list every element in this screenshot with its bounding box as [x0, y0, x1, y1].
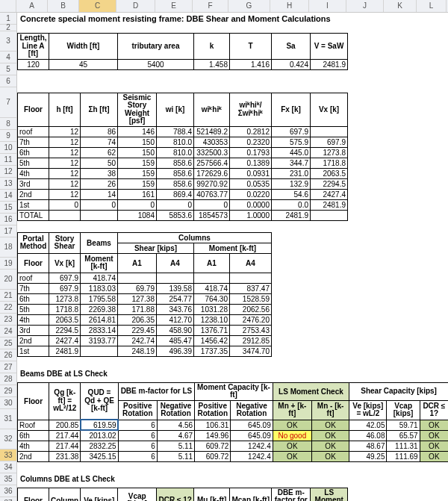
cell[interactable]: 1242.4	[231, 441, 273, 451]
cell[interactable]: No good	[273, 430, 311, 441]
cell[interactable]: 697.9	[49, 283, 81, 293]
cell[interactable]: 217.44	[49, 430, 81, 441]
cell[interactable]: 609.72	[195, 451, 231, 461]
cell[interactable]: 6	[118, 451, 157, 461]
cell[interactable]: 12	[49, 189, 81, 199]
cell[interactable]: 332500.3	[194, 147, 230, 158]
row-25[interactable]: 25	[0, 337, 16, 349]
cell[interactable]: 3425.15	[81, 451, 118, 461]
cell[interactable]: 150	[118, 147, 157, 158]
cell[interactable]: Roof	[18, 420, 49, 430]
cell[interactable]: 788.4	[157, 126, 194, 137]
cell[interactable]: 254.77	[157, 293, 194, 304]
cell[interactable]: 2nd	[18, 451, 49, 461]
cell[interactable]: 2832.25	[81, 441, 118, 451]
cell[interactable]: 1242.4	[231, 451, 273, 461]
cell[interactable]: 106.31	[195, 420, 231, 430]
cell[interactable]: 0.1389	[230, 158, 272, 168]
cell[interactable]: 12	[49, 137, 81, 147]
cell[interactable]: 5th	[18, 158, 49, 168]
cell[interactable]: 4th	[18, 314, 49, 325]
cell[interactable]: 1st	[18, 199, 49, 210]
row-12[interactable]: 12	[0, 166, 16, 178]
row-2[interactable]: 2	[0, 25, 16, 31]
cell[interactable]: 6	[118, 441, 157, 451]
row-35[interactable]: 35	[0, 473, 16, 485]
cell[interactable]: 1718.8	[311, 158, 348, 168]
cell[interactable]: 5853.6	[157, 210, 194, 220]
cell[interactable]: 0.0220	[230, 189, 272, 199]
cell[interactable]	[311, 210, 348, 220]
cell[interactable]: 2063.5	[49, 314, 81, 325]
cell[interactable]: 111.31	[387, 441, 420, 451]
cell[interactable]: 2481.9	[272, 210, 311, 220]
cell[interactable]: 206.35	[118, 314, 157, 325]
column-headers[interactable]: A B C D E F G H I J K L	[0, 0, 448, 13]
cell[interactable]: 0.1793	[230, 147, 272, 158]
cell[interactable]: 1854573	[194, 210, 230, 220]
cell[interactable]: OK	[311, 441, 349, 451]
cell[interactable]: 171.88	[118, 304, 157, 314]
row-34[interactable]: 34	[0, 461, 16, 473]
cell[interactable]: 1183.03	[81, 283, 118, 293]
cell[interactable]: 5.11	[157, 441, 194, 451]
col-K[interactable]: K	[384, 0, 417, 12]
cell[interactable]: 49.25	[349, 451, 387, 461]
cell[interactable]: 26	[81, 178, 118, 189]
cell[interactable]: 1528.59	[230, 293, 272, 304]
cell[interactable]: 2294.5	[49, 325, 81, 335]
row-6[interactable]: 6	[0, 75, 16, 87]
row-37[interactable]: 37	[0, 497, 16, 501]
cell[interactable]: 86	[81, 126, 118, 137]
cell[interactable]: 2476.20	[230, 314, 272, 325]
cell[interactable]: 344.7	[272, 158, 311, 168]
cell[interactable]: 697.9	[49, 273, 81, 283]
col-C[interactable]: C	[79, 0, 116, 12]
cell[interactable]: 485.47	[157, 335, 194, 346]
cell[interactable]: 99270.92	[194, 178, 230, 189]
cell[interactable]: 2294.5	[311, 178, 348, 189]
cell[interactable]: TOTAL	[18, 210, 49, 220]
cell[interactable]: 62	[81, 147, 118, 158]
cell[interactable]: 343.76	[157, 304, 194, 314]
cell[interactable]: 858.6	[157, 158, 194, 168]
cell[interactable]	[118, 273, 157, 283]
cell[interactable]: 159	[118, 178, 157, 189]
cell[interactable]: 430353	[194, 137, 230, 147]
col-I[interactable]: I	[309, 0, 346, 12]
row-26[interactable]: 26	[0, 349, 16, 361]
cell[interactable]: 619.59	[81, 420, 118, 430]
cell[interactable]: 217.44	[49, 441, 81, 451]
cell[interactable]: OK	[273, 441, 311, 451]
cell[interactable]: 1273.8	[311, 147, 348, 158]
cell[interactable]: 2269.38	[81, 304, 118, 314]
col-D[interactable]: D	[116, 0, 155, 12]
cell[interactable]: 1737.35	[194, 346, 230, 356]
cell[interactable]: 50	[81, 158, 118, 168]
cell[interactable]: 6th	[18, 293, 49, 304]
cell[interactable]: 2427.4	[49, 335, 81, 346]
cell[interactable]: 1084	[118, 210, 157, 220]
row-27[interactable]: 27	[0, 361, 16, 373]
row-16[interactable]: 16	[0, 214, 16, 225]
row-30[interactable]: 30	[0, 397, 16, 409]
cell[interactable]	[49, 210, 81, 220]
cell[interactable]: 1.0000	[230, 210, 272, 220]
cell[interactable]: 46.08	[349, 430, 387, 441]
row-36[interactable]: 36	[0, 485, 16, 497]
cell[interactable]: 1238.10	[194, 314, 230, 325]
cell[interactable]: 837.47	[230, 283, 272, 293]
cell[interactable]: 59.71	[387, 420, 420, 430]
cell[interactable]: 48.67	[349, 441, 387, 451]
cell[interactable]: 458.90	[157, 325, 194, 335]
cell[interactable]: 69.79	[118, 283, 157, 293]
cell[interactable]: 12	[49, 178, 81, 189]
cell[interactable]: 609.72	[195, 441, 231, 451]
cell[interactable]: 231.38	[49, 451, 81, 461]
cell[interactable]: 0.0931	[230, 168, 272, 178]
cell[interactable]: 2753.43	[230, 325, 272, 335]
cell[interactable]: roof	[18, 273, 49, 283]
cell[interactable]: 1456.42	[194, 335, 230, 346]
cell[interactable]: 412.70	[157, 314, 194, 325]
cell[interactable]: 445.0	[272, 147, 311, 158]
